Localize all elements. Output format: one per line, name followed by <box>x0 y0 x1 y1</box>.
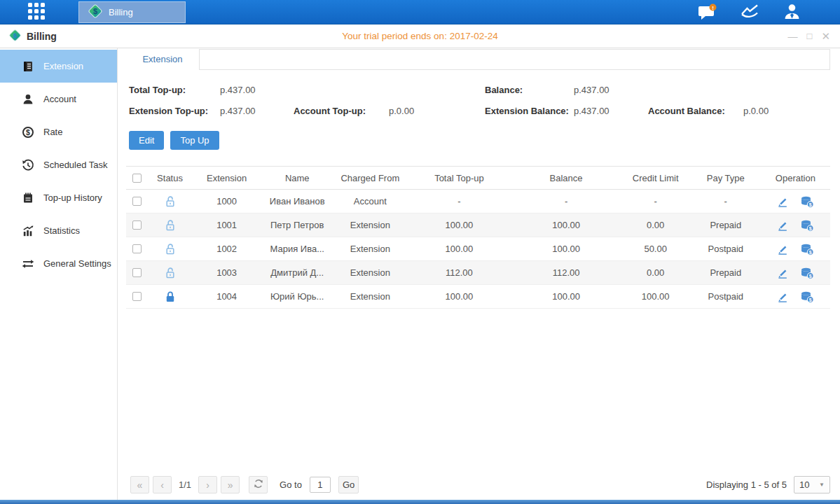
row-checkbox[interactable] <box>132 268 142 277</box>
sidebar-item-account[interactable]: Account <box>0 83 117 115</box>
svg-text:$: $ <box>809 202 812 207</box>
cell-charged-from: Account <box>333 190 406 214</box>
table-header-row: StatusExtensionNameCharged FromTotal Top… <box>126 167 830 190</box>
tab-strip: Extension <box>126 49 830 70</box>
taskbar: $ Billing ! <box>0 0 840 24</box>
top-up-extension-button[interactable]: $ <box>800 243 814 255</box>
extension-balance-value: p.437.00 <box>574 106 648 116</box>
cell-credit-limit: 0.00 <box>621 214 691 237</box>
maximize-button[interactable]: □ <box>807 31 813 41</box>
minimize-button[interactable]: — <box>788 31 798 41</box>
sidebar-item-general-settings[interactable]: General Settings <box>0 247 117 280</box>
edit-pencil-icon <box>776 219 789 232</box>
close-button[interactable]: ✕ <box>821 31 830 41</box>
cell-charged-from: Extension <box>333 214 406 237</box>
sidebar-item-label: Account <box>43 94 76 104</box>
cell-credit-limit: 100.00 <box>621 285 691 309</box>
cell-balance: - <box>512 190 621 214</box>
svg-text:$: $ <box>809 249 812 255</box>
row-checkbox[interactable] <box>132 197 142 206</box>
go-button[interactable]: Go <box>338 476 359 493</box>
sidebar-item-label: Scheduled Task <box>43 160 108 170</box>
taskbar-billing-tab[interactable]: $ Billing <box>78 1 186 23</box>
goto-label: Go to <box>280 479 302 490</box>
taskbar-tab-label: Billing <box>109 7 133 18</box>
top-up-extension-button[interactable]: $ <box>800 290 814 303</box>
top-up-extension-button[interactable]: $ <box>800 267 814 279</box>
cell-total-topup: - <box>406 190 511 214</box>
edit-extension-button[interactable] <box>776 195 789 208</box>
tab-strip-filler <box>199 49 830 70</box>
lock-open-icon[interactable] <box>165 219 176 232</box>
last-page-button[interactable]: » <box>221 476 240 493</box>
sidebar-item-top-up-history[interactable]: Top-up History <box>0 181 117 214</box>
ledger-icon <box>21 59 34 73</box>
sidebar-item-rate[interactable]: $Rate <box>0 115 117 148</box>
topup-coins-icon: $ <box>800 290 814 303</box>
transfer-arrows-icon <box>21 257 34 270</box>
next-page-button[interactable]: › <box>198 476 217 493</box>
svg-text:$: $ <box>809 273 812 279</box>
cell-name: Дмитрий Д... <box>261 261 333 285</box>
lock-open-icon[interactable] <box>165 243 176 255</box>
first-page-button[interactable]: « <box>130 476 149 493</box>
top-up-button[interactable]: Top Up <box>170 131 219 150</box>
page-size-value: 10 <box>799 479 809 490</box>
edit-extension-button[interactable] <box>776 219 789 232</box>
person-icon <box>21 92 34 106</box>
sidebar-item-extension[interactable]: Extension <box>0 50 117 83</box>
edit-pencil-icon <box>776 267 789 279</box>
cell-extension: 1003 <box>193 261 261 285</box>
cell-total-topup: 100.00 <box>406 237 511 261</box>
sidebar-item-label: General Settings <box>43 258 111 269</box>
user-menu-button[interactable] <box>783 3 801 22</box>
app-launcher-button[interactable] <box>25 1 48 22</box>
column-header: Pay Type <box>691 167 761 190</box>
lock-open-icon[interactable] <box>165 267 176 279</box>
bar-chart-icon <box>21 224 34 237</box>
column-header: Balance <box>512 167 621 190</box>
cell-name: Петр Петров <box>261 214 333 237</box>
edit-pencil-icon <box>776 195 789 208</box>
sidebar-item-label: Statistics <box>43 225 80 236</box>
edit-button[interactable]: Edit <box>129 131 164 150</box>
notifications-button[interactable]: ! <box>698 4 717 22</box>
line-chart-icon <box>741 4 759 22</box>
refresh-button[interactable] <box>249 476 268 493</box>
cell-pay-type: Prepaid <box>691 261 761 285</box>
prev-page-button[interactable]: ‹ <box>153 476 172 493</box>
sidebar-item-scheduled-task[interactable]: Scheduled Task <box>0 148 117 181</box>
cell-charged-from: Extension <box>333 285 406 309</box>
page-size-select[interactable]: 10 ▼ <box>794 476 830 493</box>
cell-extension: 1000 <box>193 190 261 214</box>
row-checkbox[interactable] <box>132 244 142 253</box>
sidebar: ExtensionAccount$RateScheduled TaskTop-u… <box>0 48 118 500</box>
cell-total-topup: 100.00 <box>406 214 511 237</box>
tab-extension[interactable]: Extension <box>126 49 199 70</box>
edit-extension-button[interactable] <box>776 290 789 303</box>
svg-text:!: ! <box>712 4 714 10</box>
trial-notice: Your trial period ends on: 2017-02-24 <box>0 31 840 41</box>
lock-open-icon[interactable] <box>165 195 176 208</box>
resource-monitor-button[interactable] <box>741 4 759 22</box>
select-all-checkbox[interactable] <box>132 174 142 183</box>
column-header: Status <box>147 167 193 190</box>
row-checkbox[interactable] <box>132 220 142 230</box>
cell-total-topup: 100.00 <box>406 285 511 309</box>
cell-balance: 100.00 <box>512 214 621 237</box>
page-indicator: 1/1 <box>179 479 191 490</box>
edit-extension-button[interactable] <box>776 243 789 255</box>
goto-page-input[interactable] <box>310 477 331 493</box>
top-up-extension-button[interactable]: $ <box>800 195 814 208</box>
lock-closed-icon[interactable] <box>165 290 176 303</box>
cell-pay-type: Postpaid <box>691 237 761 261</box>
sidebar-item-statistics[interactable]: Statistics <box>0 214 117 247</box>
cell-balance: 100.00 <box>512 237 621 261</box>
user-icon <box>783 3 801 22</box>
topup-coins-icon: $ <box>800 195 814 208</box>
top-up-extension-button[interactable]: $ <box>800 219 814 232</box>
edit-extension-button[interactable] <box>776 267 789 279</box>
grid-icon <box>26 1 47 24</box>
cell-pay-type: - <box>691 190 761 214</box>
row-checkbox[interactable] <box>132 292 142 301</box>
